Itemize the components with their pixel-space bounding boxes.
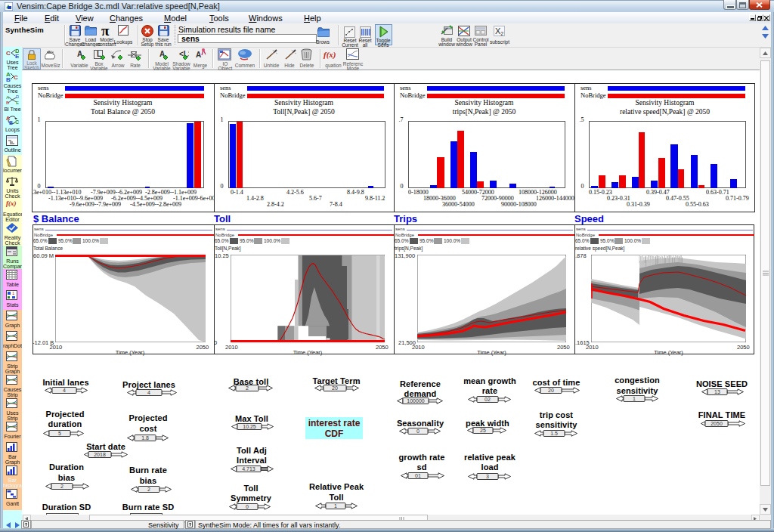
svg-text:2018: 2018: [94, 452, 106, 457]
svg-text:3: 3: [486, 474, 489, 479]
svg-text:2: 2: [147, 487, 150, 492]
svg-text:02: 02: [485, 397, 491, 402]
svg-text:B: B: [9, 120, 13, 125]
svg-text:2: 2: [60, 484, 63, 489]
svg-text:0: 0: [246, 504, 249, 509]
svg-text:B: B: [6, 101, 9, 105]
svg-text:A: A: [6, 95, 9, 100]
svg-text:0: 0: [416, 428, 420, 434]
svg-text:A: A: [196, 51, 201, 59]
svg-text:25: 25: [480, 428, 486, 433]
svg-text:4: 4: [63, 388, 66, 393]
svg-text:10.25: 10.25: [243, 424, 256, 429]
svg-text:4: 4: [147, 390, 150, 395]
svg-text:D: D: [16, 94, 19, 99]
svg-text:1: 1: [633, 396, 636, 401]
svg-text:1: 1: [334, 503, 337, 509]
svg-text:13: 13: [714, 389, 720, 394]
svg-text:C: C: [14, 74, 18, 81]
svg-text:C: C: [6, 50, 11, 57]
svg-text:2050: 2050: [711, 421, 723, 426]
svg-text:5: 5: [58, 431, 61, 436]
svg-text:B: B: [6, 76, 11, 82]
svg-text:01: 01: [415, 473, 421, 478]
svg-text:1.8: 1.8: [141, 435, 149, 441]
svg-text:100000: 100000: [407, 398, 424, 404]
svg-text:20: 20: [332, 385, 338, 391]
svg-text:1.5: 1.5: [550, 431, 558, 436]
svg-text:E: E: [15, 53, 19, 58]
svg-text:4.713: 4.713: [242, 466, 255, 472]
svg-text:E: E: [16, 101, 19, 105]
svg-text:20: 20: [548, 388, 554, 393]
svg-text:2: 2: [246, 385, 249, 391]
svg-text:C: C: [15, 119, 19, 125]
